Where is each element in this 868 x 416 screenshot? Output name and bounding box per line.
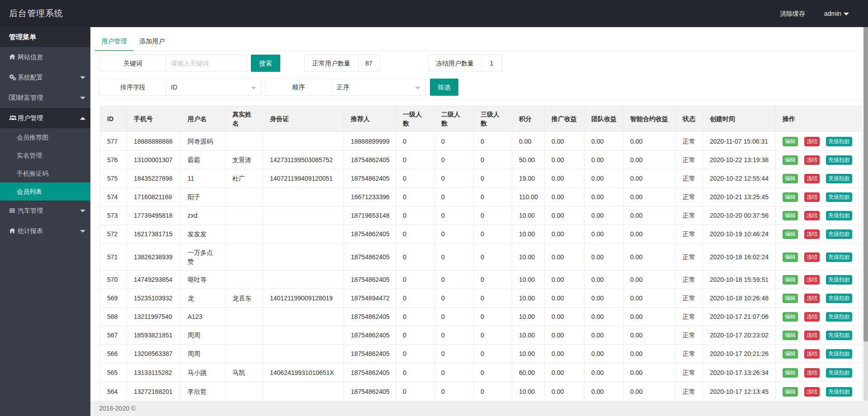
svg-text:1: 1	[12, 96, 14, 99]
